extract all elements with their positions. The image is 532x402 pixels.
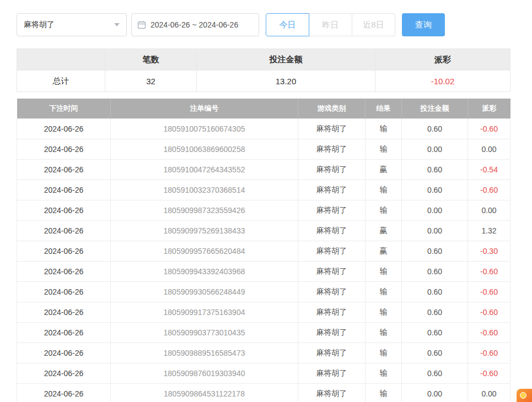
cell-bet-number: 1805909943392403968	[111, 261, 298, 281]
table-row: 2024-06-26 1805909943392403968 麻将胡了 输 0.…	[17, 261, 510, 281]
cell-payout: -0.30	[468, 241, 510, 261]
cell-result: 赢	[366, 241, 402, 261]
cell-bet-number: 1805909864531122178	[111, 383, 298, 402]
table-row: 2024-06-26 1805909930566248449 麻将胡了 输 0.…	[17, 281, 510, 302]
cell-game-type: 麻将胡了	[298, 363, 366, 383]
table-row: 2024-06-26 1805909957665620484 麻将胡了 赢 0.…	[17, 241, 510, 261]
table-row: 2024-06-26 1805909889516585473 麻将胡了 输 0.…	[17, 343, 510, 363]
cell-bet-time: 2024-06-26	[17, 281, 111, 302]
cell-bet-number: 1805909975269138433	[111, 220, 298, 241]
cell-bet-number: 1805909917375163904	[111, 302, 298, 322]
cell-game-type: 麻将胡了	[298, 180, 366, 200]
cell-bet-time: 2024-06-26	[17, 261, 111, 281]
table-row: 2024-06-26 1805909903773010435 麻将胡了 输 0.…	[17, 322, 510, 343]
cell-payout: -0.60	[468, 180, 510, 200]
date-range-value: 2024-06-26 ~ 2024-06-26	[151, 20, 238, 29]
cell-bet-number: 1805909987323559426	[111, 200, 298, 220]
cell-bet-number: 1805910075160674305	[111, 118, 298, 139]
summary-header-row: 笔数 投注金额 派彩	[17, 49, 510, 70]
summary-total-payout: -10.02	[375, 70, 510, 92]
filters-bar: 麻将胡了 2024-06-26 ~ 2024-06-26 今日 昨日 近8日 查…	[17, 13, 510, 36]
cell-bet-time: 2024-06-26	[17, 139, 111, 159]
cell-bet-number: 1805909957665620484	[111, 241, 298, 261]
cell-result: 输	[366, 200, 402, 220]
cell-bet-amount: 0.60	[402, 281, 468, 302]
cell-bet-amount: 0.60	[402, 363, 468, 383]
summary-total-bet-amount: 13.20	[197, 70, 375, 92]
header-bet-amount: 投注金额	[402, 99, 468, 118]
game-select[interactable]: 麻将胡了	[17, 13, 127, 36]
table-row: 2024-06-26 1805909975269138433 麻将胡了 赢 0.…	[17, 220, 510, 241]
bet-table-body: 2024-06-26 1805910075160674305 麻将胡了 输 0.…	[17, 118, 510, 402]
today-button[interactable]: 今日	[266, 13, 309, 36]
summary-header-bet-amount: 投注金额	[197, 49, 375, 70]
bet-table-header-row: 下注时间 注单编号 游戏类别 结果 投注金额 派彩	[17, 99, 510, 118]
cell-bet-amount: 0.00	[402, 200, 468, 220]
floating-service-button[interactable]	[517, 389, 532, 402]
cell-bet-amount: 0.00	[402, 383, 468, 402]
cell-result: 输	[366, 363, 402, 383]
summary-header-count: 笔数	[105, 49, 197, 70]
table-row: 2024-06-26 1805909876019303940 麻将胡了 输 0.…	[17, 363, 510, 383]
summary-total-label: 总计	[17, 70, 105, 92]
cell-payout: 1.32	[468, 220, 510, 241]
table-row: 2024-06-26 1805910047264343552 麻将胡了 赢 0.…	[17, 159, 510, 180]
cell-result: 输	[366, 281, 402, 302]
cell-payout: -0.60	[468, 322, 510, 343]
cell-result: 赢	[366, 220, 402, 241]
cell-game-type: 麻将胡了	[298, 343, 366, 363]
cell-bet-time: 2024-06-26	[17, 220, 111, 241]
summary-table: 笔数 投注金额 派彩 总计 32 13.20 -10.02	[17, 48, 510, 92]
cell-bet-time: 2024-06-26	[17, 302, 111, 322]
cell-payout: -0.60	[468, 118, 510, 139]
cell-bet-time: 2024-06-26	[17, 383, 111, 402]
cell-game-type: 麻将胡了	[298, 241, 366, 261]
cell-result: 输	[366, 139, 402, 159]
cell-bet-amount: 0.00	[402, 139, 468, 159]
cell-bet-number: 1805910047264343552	[111, 159, 298, 180]
cell-game-type: 麻将胡了	[298, 118, 366, 139]
table-row: 2024-06-26 1805909987323559426 麻将胡了 输 0.…	[17, 200, 510, 220]
cell-bet-time: 2024-06-26	[17, 118, 111, 139]
table-row: 2024-06-26 1805910032370368514 麻将胡了 输 0.…	[17, 180, 510, 200]
yesterday-button[interactable]: 昨日	[309, 13, 352, 36]
cell-game-type: 麻将胡了	[298, 159, 366, 180]
cell-payout: -0.60	[468, 302, 510, 322]
cell-bet-amount: 0.00	[402, 220, 468, 241]
cell-bet-number: 1805909930566248449	[111, 281, 298, 302]
cell-bet-number: 1805909903773010435	[111, 322, 298, 343]
last-8-days-button[interactable]: 近8日	[352, 13, 395, 36]
cell-bet-amount: 0.60	[402, 302, 468, 322]
header-bet-time: 下注时间	[17, 99, 111, 118]
cell-payout: -0.60	[468, 281, 510, 302]
cell-game-type: 麻将胡了	[298, 383, 366, 402]
summary-total-count: 32	[105, 70, 197, 92]
cell-bet-amount: 0.60	[402, 261, 468, 281]
bet-records-page: 麻将胡了 2024-06-26 ~ 2024-06-26 今日 昨日 近8日 查…	[0, 0, 532, 402]
cell-payout: -0.54	[468, 159, 510, 180]
cell-bet-time: 2024-06-26	[17, 200, 111, 220]
game-select-value: 麻将胡了	[24, 20, 55, 30]
summary-header-payout: 派彩	[375, 49, 510, 70]
cell-result: 输	[366, 322, 402, 343]
search-button[interactable]: 查询	[402, 13, 445, 36]
cell-payout: -0.60	[468, 343, 510, 363]
cell-result: 输	[366, 383, 402, 402]
cell-payout: 0.00	[468, 139, 510, 159]
cell-bet-number: 1805909889516585473	[111, 343, 298, 363]
table-row: 2024-06-26 1805909917375163904 麻将胡了 输 0.…	[17, 302, 510, 322]
date-range-input[interactable]: 2024-06-26 ~ 2024-06-26	[131, 13, 259, 36]
header-game-type: 游戏类别	[298, 99, 366, 118]
summary-total-row: 总计 32 13.20 -10.02	[17, 70, 510, 92]
cell-bet-time: 2024-06-26	[17, 343, 111, 363]
bet-records-table: 下注时间 注单编号 游戏类别 结果 投注金额 派彩 2024-06-26 180…	[17, 99, 510, 402]
cell-result: 输	[366, 302, 402, 322]
floating-service-icon	[520, 392, 526, 399]
cell-game-type: 麻将胡了	[298, 200, 366, 220]
cell-bet-time: 2024-06-26	[17, 180, 111, 200]
calendar-icon	[137, 20, 146, 29]
quick-range-group: 今日 昨日 近8日	[266, 13, 395, 36]
cell-bet-time: 2024-06-26	[17, 322, 111, 343]
cell-bet-amount: 0.60	[402, 159, 468, 180]
cell-game-type: 麻将胡了	[298, 302, 366, 322]
